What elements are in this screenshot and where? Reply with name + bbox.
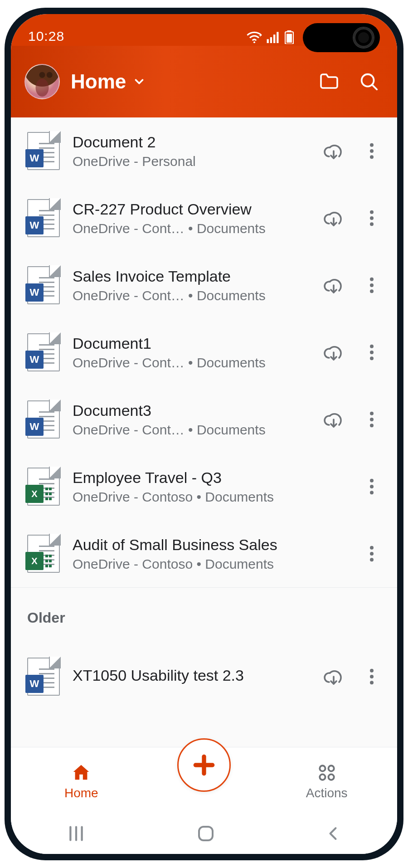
file-location: OneDrive - Cont… • Documents	[73, 422, 308, 438]
svg-rect-5	[277, 32, 278, 43]
more-vertical-icon	[365, 209, 378, 227]
file-title: XT1050 Usability test 2.3	[73, 667, 308, 684]
word-file-icon: W	[27, 132, 60, 170]
home-soft-icon	[197, 824, 215, 843]
svg-point-11	[370, 143, 374, 147]
bottom-nav: Home Actions	[11, 747, 397, 815]
svg-point-24	[370, 418, 374, 421]
svg-point-13	[370, 155, 374, 159]
excel-file-icon: X	[27, 468, 60, 506]
search-button[interactable]	[355, 67, 384, 96]
more-button[interactable]	[359, 273, 384, 298]
fab-new[interactable]	[177, 738, 231, 792]
signal-icon	[267, 31, 280, 43]
file-location: OneDrive - Cont… • Documents	[73, 288, 308, 303]
home-button[interactable]	[197, 824, 215, 844]
file-row[interactable]: W XT1050 Usability test 2.3	[11, 637, 397, 704]
more-button[interactable]	[359, 541, 384, 566]
file-location: OneDrive - Cont… • Documents	[73, 221, 308, 236]
phone-frame: 10:28 + Home W	[5, 8, 403, 860]
file-row[interactable]: X Employee Travel - Q3 OneDrive - Contos…	[11, 453, 397, 520]
folder-button[interactable]	[315, 67, 344, 96]
file-title: Document 2	[73, 133, 308, 151]
more-button[interactable]	[359, 205, 384, 231]
word-file-icon: W	[27, 266, 60, 304]
phone-screen: 10:28 + Home W	[11, 14, 397, 854]
more-vertical-icon	[365, 410, 378, 429]
download-button[interactable]	[321, 664, 346, 689]
svg-point-25	[370, 424, 374, 427]
file-location: OneDrive - Personal	[73, 154, 308, 169]
file-title: CR-227 Product Overview	[73, 200, 308, 218]
more-button[interactable]	[359, 138, 384, 164]
more-button[interactable]	[359, 340, 384, 365]
file-row[interactable]: W CR-227 Product Overview OneDrive - Con…	[11, 185, 397, 252]
wifi-icon: +	[247, 31, 262, 43]
app-header: Home	[11, 46, 397, 117]
more-vertical-icon	[365, 142, 378, 160]
svg-rect-3	[270, 37, 272, 43]
chevron-down-icon	[132, 75, 146, 88]
actions-icon	[316, 762, 337, 783]
download-button[interactable]	[321, 205, 346, 231]
file-title: Document3	[73, 402, 308, 419]
svg-line-10	[372, 85, 377, 89]
svg-point-17	[370, 278, 374, 281]
section-older: Older	[11, 587, 397, 637]
file-location: OneDrive - Cont… • Documents	[73, 355, 308, 371]
header-title-dropdown[interactable]: Home	[71, 70, 146, 93]
file-title: Audit of Small Business Sales	[73, 536, 308, 554]
file-title: Document1	[73, 335, 308, 352]
file-row[interactable]: W Document1 OneDrive - Cont… • Documents	[11, 319, 397, 386]
file-list[interactable]: W Document 2 OneDrive - Personal W CR-22…	[11, 117, 397, 747]
avatar[interactable]	[24, 64, 60, 99]
file-row[interactable]: W Document 2 OneDrive - Personal	[11, 117, 397, 185]
file-row[interactable]: W Document3 OneDrive - Cont… • Documents	[11, 386, 397, 453]
svg-point-31	[370, 558, 374, 561]
svg-point-19	[370, 289, 374, 293]
more-button[interactable]	[359, 474, 384, 499]
plus-icon	[191, 752, 217, 778]
cloud-download-icon	[323, 341, 345, 363]
more-button[interactable]	[359, 664, 384, 689]
nav-actions-label: Actions	[306, 786, 348, 800]
svg-point-37	[320, 774, 325, 780]
svg-point-0	[253, 41, 255, 43]
nav-home[interactable]: Home	[36, 762, 126, 800]
battery-icon	[285, 30, 294, 44]
svg-point-20	[370, 345, 374, 348]
file-row[interactable]: X Audit of Small Business Sales OneDrive…	[11, 520, 397, 587]
more-vertical-icon	[365, 478, 378, 496]
svg-point-16	[370, 222, 374, 226]
file-row[interactable]: W Sales Invoice Template OneDrive - Cont…	[11, 252, 397, 319]
more-button[interactable]	[359, 407, 384, 432]
search-icon	[359, 71, 379, 92]
more-vertical-icon	[365, 276, 378, 294]
cloud-download-icon	[323, 207, 345, 229]
cloud-download-icon	[323, 274, 345, 296]
svg-point-30	[370, 552, 374, 556]
excel-file-icon: X	[27, 535, 60, 573]
back-button[interactable]	[325, 825, 342, 844]
svg-rect-4	[273, 34, 275, 43]
word-file-icon: W	[27, 658, 60, 696]
svg-point-38	[328, 774, 334, 780]
svg-point-18	[370, 283, 374, 287]
recents-button[interactable]	[66, 825, 86, 844]
svg-point-27	[370, 485, 374, 488]
svg-point-33	[370, 675, 374, 678]
file-title: Sales Invoice Template	[73, 268, 308, 285]
download-button[interactable]	[321, 273, 346, 298]
download-button[interactable]	[321, 407, 346, 432]
svg-rect-8	[287, 34, 292, 43]
status-time: 10:28	[28, 29, 64, 44]
header-title-text: Home	[71, 70, 126, 93]
svg-rect-2	[267, 39, 269, 43]
nav-actions[interactable]: Actions	[282, 762, 372, 800]
download-button[interactable]	[321, 138, 346, 164]
download-button[interactable]	[321, 340, 346, 365]
more-vertical-icon	[365, 668, 378, 686]
more-vertical-icon	[365, 343, 378, 361]
word-file-icon: W	[27, 333, 60, 371]
file-location: OneDrive - Contoso • Documents	[73, 556, 308, 572]
